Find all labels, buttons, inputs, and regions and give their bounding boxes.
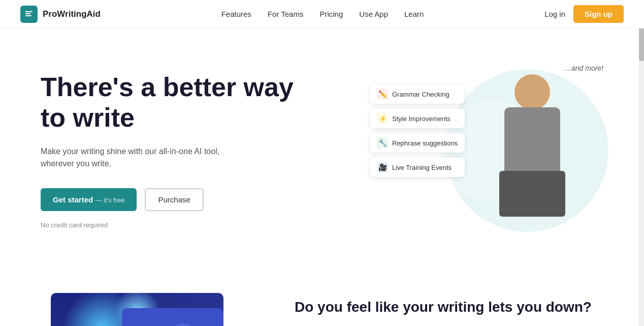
cta-primary-text: Get started bbox=[53, 195, 93, 204]
nav-links: Features For Teams Pricing Use App Learn bbox=[221, 10, 424, 19]
login-button[interactable]: Log in bbox=[544, 10, 565, 18]
hero-right: ...and more! ✏️ Grammar Checking ⚡ Style… bbox=[370, 59, 624, 242]
nav-learn[interactable]: Learn bbox=[404, 10, 424, 18]
logo-svg bbox=[24, 9, 34, 19]
pill-grammar-label: Grammar Checking bbox=[392, 91, 449, 98]
section-two-title: Do you feel like your writing lets you d… bbox=[295, 298, 603, 316]
training-icon: 🎥 bbox=[377, 162, 388, 173]
svg-rect-0 bbox=[122, 308, 223, 326]
nav-pricing[interactable]: Pricing bbox=[319, 10, 343, 18]
nav-use-app[interactable]: Use App bbox=[359, 10, 388, 18]
section-two-left: My idea in my head bbox=[41, 293, 254, 326]
logo-text: ProWritingAid bbox=[43, 9, 101, 19]
hero-section: There's a better way to write Make your … bbox=[0, 28, 644, 262]
hero-title: There's a better way to write bbox=[41, 72, 295, 133]
get-started-button[interactable]: Get started — it's free bbox=[41, 188, 137, 211]
rephrase-icon: 🔧 bbox=[377, 137, 388, 149]
pill-grammar: ✏️ Grammar Checking bbox=[370, 84, 465, 104]
pill-rephrase: 🔧 Rephrase suggestions bbox=[370, 133, 465, 153]
hero-left: There's a better way to write Make your … bbox=[41, 72, 295, 229]
hero-buttons: Get started — it's free Purchase bbox=[41, 188, 295, 211]
nav-for-teams[interactable]: For Teams bbox=[268, 10, 304, 18]
logo-icon bbox=[20, 6, 38, 23]
image-stack: My idea in my head bbox=[41, 293, 234, 326]
person-body bbox=[476, 69, 588, 232]
logo-link[interactable]: ProWritingAid bbox=[20, 6, 101, 23]
person-laptop bbox=[499, 171, 565, 217]
style-icon: ⚡ bbox=[377, 113, 388, 124]
section-two-right: Do you feel like your writing lets you d… bbox=[295, 293, 603, 326]
feature-pills: ✏️ Grammar Checking ⚡ Style Improvements… bbox=[370, 84, 465, 177]
front-image-svg bbox=[122, 308, 223, 326]
section-divider bbox=[0, 262, 644, 283]
purchase-button[interactable]: Purchase bbox=[145, 188, 203, 211]
pill-style-label: Style Improvements bbox=[392, 115, 450, 123]
scrollbar[interactable] bbox=[639, 0, 644, 326]
hero-illustration bbox=[471, 59, 593, 232]
nav-features[interactable]: Features bbox=[221, 10, 251, 18]
pill-training-label: Live Training Events bbox=[392, 164, 452, 171]
person-head bbox=[514, 74, 550, 110]
image-card-front bbox=[122, 308, 223, 326]
cta-free-text: — it's free bbox=[95, 196, 124, 204]
person-torso bbox=[504, 107, 560, 179]
navbar-actions: Log in Sign up bbox=[544, 5, 624, 23]
section-two: My idea in my head Do you feel like your… bbox=[0, 283, 644, 326]
hero-subtitle: Make your writing shine with our all-in-… bbox=[41, 145, 244, 170]
navbar: ProWritingAid Features For Teams Pricing… bbox=[0, 0, 644, 28]
pill-style: ⚡ Style Improvements bbox=[370, 109, 465, 128]
pill-training: 🎥 Live Training Events bbox=[370, 158, 465, 177]
signup-button[interactable]: Sign up bbox=[573, 5, 624, 23]
pill-rephrase-label: Rephrase suggestions bbox=[392, 139, 458, 147]
grammar-icon: ✏️ bbox=[377, 88, 388, 100]
no-card-text: No credit card required bbox=[41, 221, 295, 229]
